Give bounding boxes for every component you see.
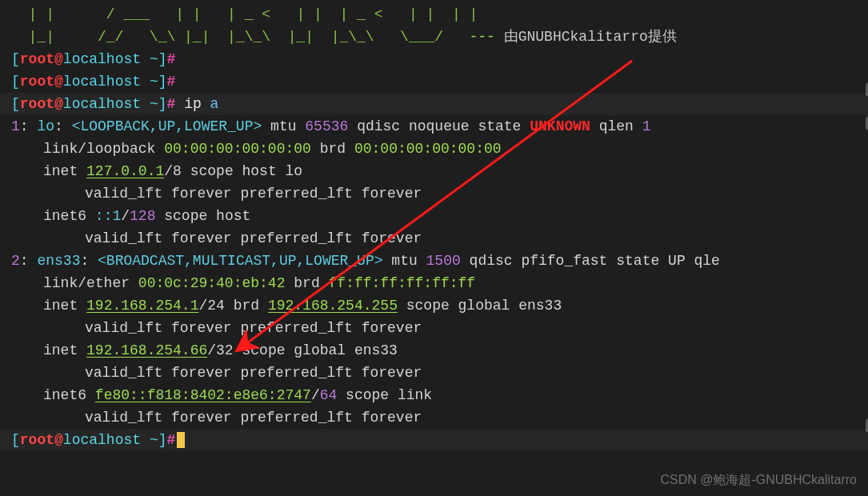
shell-prompt: [root@localhost ~]# [11, 70, 866, 93]
iface-header-lo: 1: lo: <LOOPBACK,UP,LOWER_UP> mtu 65536 … [11, 115, 866, 138]
shell-prompt: [root@localhost ~]# [11, 48, 866, 70]
iface-inet6-ens33: inet6 fe80::f818:8402:e8e6:2747/64 scope… [11, 384, 866, 406]
lft-line: valid_lft forever preferred_lft forever [11, 182, 866, 205]
ipv6-address: fe80::f818:8402:e8e6:2747 [95, 387, 311, 403]
iface-link-lo: link/loopback 00:00:00:00:00:00 brd 00:0… [11, 138, 866, 160]
ip-address: 127.0.0.1 [86, 163, 164, 179]
ip-address: 192.168.254.1 [86, 298, 198, 314]
lft-line: valid_lft forever preferred_lft forever [11, 362, 866, 384]
iface-inet6-lo: inet6 ::1//128128 scope host [11, 205, 866, 227]
iface-link-ens33: link/ether 00:0c:29:40:eb:42 brd ff:ff:f… [11, 272, 866, 294]
ip-broadcast: 192.168.254.255 [268, 298, 398, 314]
iface-inet-ens33-1: inet 192.168.254.1/24 brd 192.168.254.25… [11, 294, 866, 317]
lft-line: valid_lft forever preferred_lft forever [11, 406, 866, 429]
ascii-banner-line: | | / ___ | | | _ < | | | _ < | | | | [11, 3, 866, 26]
iface-inet-ens33-2: inet 192.168.254.66/32 scope global ens3… [11, 339, 866, 362]
ascii-banner-line: |_| /_/ \_\ |_| |_\_\ |_| |_\_\ \___/ --… [11, 26, 866, 48]
iface-inet-lo: inet 127.0.0.1/8 scope host lo [11, 160, 866, 182]
watermark: CSDN @鲍海超-GNUBHCkalitarro [660, 469, 857, 491]
active-line-highlight [0, 429, 868, 451]
ip-address-virtual: 192.168.254.66 [86, 342, 207, 358]
lft-line: valid_lft forever preferred_lft forever [11, 317, 866, 339]
active-line-highlight [0, 93, 868, 115]
lft-line: valid_lft forever preferred_lft forever [11, 227, 866, 250]
iface-header-ens33: 2: ens33: <BROADCAST,MULTICAST,UP,LOWER_… [11, 250, 866, 272]
terminal-output[interactable]: | | / ___ | | | _ < | | | _ < | | | | |_… [0, 0, 868, 496]
